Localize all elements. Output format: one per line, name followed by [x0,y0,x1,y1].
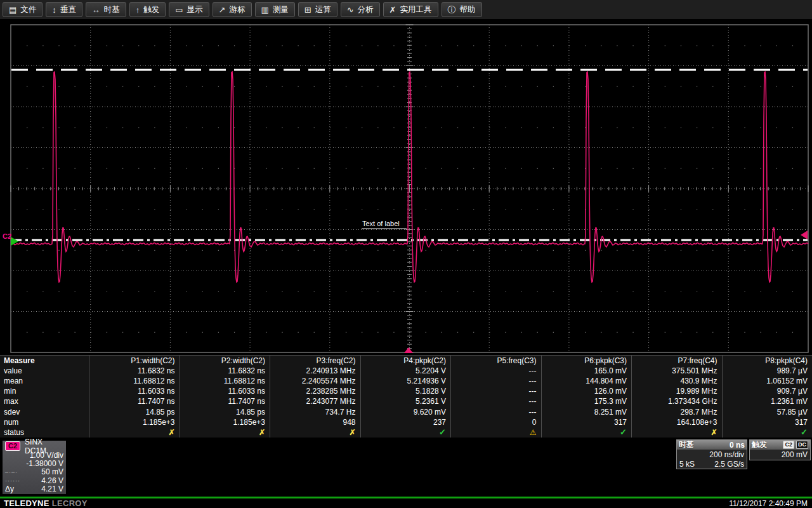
measure-min-p5: --- [450,386,541,396]
measure-sdev-p5: --- [450,406,541,417]
measure-num-p1: 1.185e+3 [89,417,180,427]
measure-value-p4: 5.2204 V [360,366,451,376]
measure-num-p8: 317 [722,417,812,427]
measure-value-p8: 989.7 µV [722,366,812,376]
measure-value-p1: 11.6832 ns [89,366,180,376]
trigger-descriptor[interactable]: 触发 C2 DC 200 mV [749,439,811,460]
measure-min-p4: 5.1828 V [360,386,451,396]
delta-y-label: Δy [5,485,14,493]
measure-mean-p6: 144.804 mV [541,376,632,386]
measure-mean-p4: 5.214936 V [360,376,451,386]
stat-x-icon: ✗ [631,427,722,438]
measure-row-label-mean: mean [0,376,89,386]
measure-min-p2: 11.6033 ns [180,386,270,396]
measure-sdev-p7: 298.7 MHz [631,406,722,417]
measure-header-p3[interactable]: P3:freq(C2) [270,356,360,366]
measure-row-label-max: max [0,396,89,406]
measure-header-p7[interactable]: P7:freq(C4) [631,356,722,366]
measure-min-p7: 19.989 MHz [631,386,722,396]
trigger-coupling-badge: DC [796,441,808,449]
stat-x-icon: ✗ [180,427,270,438]
cursor-dotted-value: 4.26 V [41,476,63,485]
measure-mean-p2: 11.68812 ns [180,376,270,386]
measure-row-label-min: min [0,386,89,396]
measure-header-p2[interactable]: P2:width(C2) [180,356,270,366]
timebase-title: 时基 [679,439,694,450]
measure-value-p3: 2.240913 MHz [270,366,360,376]
measure-sdev-p6: 8.251 mV [541,406,632,417]
measure-mean-p5: --- [450,376,541,386]
timebase-scale: 200 ns/div [709,450,744,459]
measure-header-p4[interactable]: P4:pkpk(C2) [360,356,451,366]
datetime-display: 11/12/2017 2:40:49 PM [729,499,808,508]
measure-row-label-sdev: sdev [0,406,89,417]
measure-num-p4: 237 [360,417,451,427]
measure-value-p2: 11.6832 ns [180,366,270,376]
sample-rate: 2.5 GS/s [714,460,744,469]
channel-badge-c2[interactable]: C2 [5,441,20,451]
measure-max-p5: --- [450,396,541,406]
measure-mean-p3: 2.2405574 MHz [270,376,360,386]
brand-lecroy: LECROY [52,498,88,508]
trigger-level-value: 200 mV [782,450,808,459]
measure-num-p2: 1.185e+3 [180,417,270,427]
dotted-cursor-icon: ······ [5,478,20,484]
measure-sdev-p3: 734.7 Hz [270,406,360,417]
measure-max-p3: 2.243077 MHz [270,396,360,406]
footer-bar: TELEDYNELECROY 11/12/2017 2:40:49 PM [0,498,812,508]
measure-max-p2: 11.7407 ns [180,396,270,406]
dashdot-cursor-icon: –·–· [5,469,18,475]
measure-max-p4: 5.2361 V [360,396,451,406]
measure-mean-p8: 1.06152 mV [722,376,812,386]
measure-sdev-p2: 14.85 ps [180,406,270,417]
measure-sdev-p4: 9.620 mV [360,406,451,417]
measure-num-p3: 948 [270,417,360,427]
measure-header-p6[interactable]: P6:pkpk(C3) [541,356,632,366]
stat-x-icon: ✗ [270,427,360,438]
cursor-dashdot-value: 50 mV [41,467,63,476]
delta-y-value: 4.21 V [41,485,63,493]
brand-logo: TELEDYNELECROY [4,498,88,508]
measure-num-p5: 0 [450,417,541,427]
measure-value-p6: 165.0 mV [541,366,632,376]
measure-table: MeasureP1:width(C2)P2:width(C2)P3:freq(C… [0,355,812,438]
measure-num-p7: 164.108e+3 [631,417,722,427]
measure-sdev-p1: 14.85 ps [89,406,180,417]
measure-max-p1: 11.7407 ns [89,396,180,406]
measure-row-label-status: status [0,427,89,438]
measure-row-label-num: num [0,417,89,427]
trigger-source-badge: C2 [783,441,794,449]
measure-value-p5: --- [450,366,541,376]
measure-header-p8[interactable]: P8:pkpk(C4) [722,356,812,366]
measure-max-p7: 1.373434 GHz [631,396,722,406]
check-icon: ✓ [541,427,632,438]
waveform-annotation[interactable]: Text of label [362,220,400,227]
measure-corner-label: Measure [0,356,89,366]
measure-min-p3: 2.238285 MHz [270,386,360,396]
trigger-title: 触发 [752,439,767,450]
trace-label-c2: C2 [3,232,11,240]
measure-num-p6: 317 [541,417,632,427]
timebase-descriptor[interactable]: 时基 0 ns 200 ns/div 5 kS 2.5 GS/s [676,439,747,469]
trigger-level-marker[interactable] [801,231,808,239]
sample-count: 5 kS [679,460,695,469]
measure-value-p7: 375.501 MHz [631,366,722,376]
measure-header-p5[interactable]: P5:freq(C3) [450,356,541,366]
timebase-delay: 0 ns [730,441,745,450]
brand-teledyne: TELEDYNE [4,498,49,508]
measure-min-p1: 11.6033 ns [89,386,180,396]
channel-offset: -1.38000 V [26,459,63,468]
measure-sdev-p8: 57.85 µV [722,406,812,417]
warning-icon: ⚠ [450,427,541,438]
measure-max-p8: 1.2361 mV [722,396,812,406]
channel-descriptor-c2[interactable]: C2 SINX DC1M 1.00 V/div -1.38000 V –·–· … [3,441,66,494]
measure-max-p6: 175.3 mV [541,396,632,406]
stat-x-icon: ✗ [89,427,180,438]
volts-per-div: 1.00 V/div [30,451,63,460]
measure-header-p1[interactable]: P1:width(C2) [89,356,180,366]
measure-row-label-value: value [0,366,89,376]
measure-mean-p1: 11.68812 ns [89,376,180,386]
check-icon: ✓ [360,427,451,438]
check-icon: ✓ [722,427,812,438]
waveform-display[interactable]: C2 Text of label [0,0,812,356]
